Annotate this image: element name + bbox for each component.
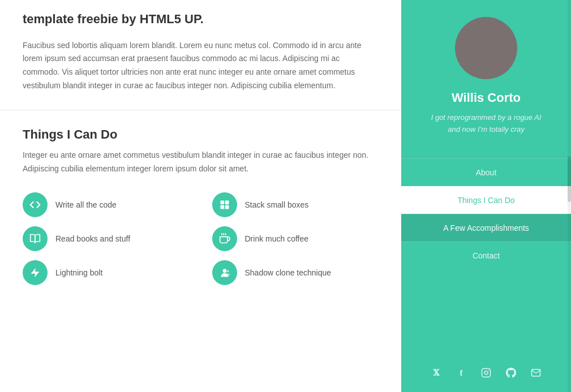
bolt-icon [23,260,48,285]
svg-marker-7 [31,268,40,278]
skills-heading: Things I Can Do [23,127,379,142]
svg-rect-2 [220,205,224,209]
list-item: Stack small boxes [212,192,379,217]
list-item: Lightning bolt [23,260,190,285]
profile-name: Willis Corto [452,91,521,105]
skill-label: Drink much coffee [245,234,309,243]
svg-rect-0 [220,201,224,205]
nav-menu: About Things I Can Do A Few Accomplishme… [401,158,571,269]
skills-section: Things I Can Do Integer eu ante ornare a… [0,110,401,308]
svg-rect-3 [225,205,229,209]
skill-label: Stack small boxes [245,200,309,209]
scrollbar[interactable] [568,0,571,392]
svg-point-9 [226,270,229,273]
svg-point-8 [222,269,226,273]
facebook-icon[interactable]: f [453,365,469,381]
skills-description: Integer eu ante ornare amet commetus ves… [23,149,379,176]
list-item: Read books and stuff [23,226,190,251]
page-heading: template freebie by HTML5 UP. [23,11,379,28]
twitter-icon[interactable]: 𝕏 [428,365,444,381]
avatar [455,17,517,79]
github-icon[interactable] [503,365,519,381]
skill-label: Read books and stuff [55,234,130,243]
list-item: Drink much coffee [212,226,379,251]
skill-label: Shadow clone technique [245,268,332,277]
skill-label: Write all the code [55,200,117,209]
intro-paragraph: Faucibus sed lobortis aliquam lorem blan… [23,39,379,93]
svg-rect-10 [482,369,491,377]
sidebar-footer: 𝕏 f [428,365,544,381]
sidebar: Willis Corto I got reprogrammed by a rog… [401,0,571,392]
boxes-icon [212,192,237,217]
coffee-icon [212,226,237,251]
svg-rect-1 [225,201,229,205]
profile-bio: I got reprogrammed by a rogue AIand now … [431,112,542,136]
main-content: template freebie by HTML5 UP. Faucibus s… [0,0,401,392]
clone-icon [212,260,237,285]
email-icon[interactable] [528,365,544,381]
sidebar-item-things[interactable]: Things I Can Do [401,186,571,214]
profile-area: Willis Corto I got reprogrammed by a rog… [401,0,571,158]
sidebar-item-about[interactable]: About [401,158,571,186]
top-section: template freebie by HTML5 UP. Faucibus s… [0,0,401,110]
instagram-icon[interactable] [478,365,494,381]
book-icon [23,226,48,251]
sidebar-item-accomplishments[interactable]: A Few Accomplishments [401,214,571,242]
sidebar-item-contact[interactable]: Contact [401,242,571,269]
list-item: Write all the code [23,192,190,217]
code-icon [23,192,48,217]
list-item: Shadow clone technique [212,260,379,285]
skill-label: Lightning bolt [55,268,102,277]
skills-grid: Write all the code Stack small boxes [23,192,379,285]
scrollbar-thumb [568,157,571,202]
